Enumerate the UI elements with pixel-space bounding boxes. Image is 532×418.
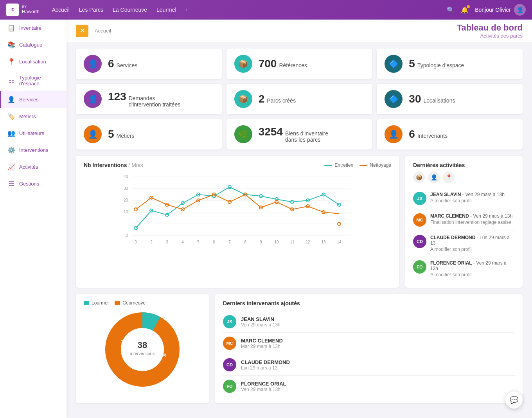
chart-card: Nb Interventions / Mois Entretien Nettoy…	[76, 156, 399, 288]
activity-avatar: CD	[413, 235, 426, 248]
localisations-stat-info: 30 Localisations	[409, 93, 455, 105]
nav-accueil[interactable]: Accueil	[52, 7, 70, 13]
activity-name: MARC CLEMEND - Ven 29 mars à 13h	[430, 213, 512, 219]
intervenant-row: JS JEAN SLAVIN Ven 29 mars à 13h	[223, 311, 515, 333]
typologie-number: 5	[409, 58, 415, 70]
intervenants-stat-info: 6 Intervenants	[409, 128, 448, 141]
intervenants-list: JS JEAN SLAVIN Ven 29 mars à 13h MC MARC…	[223, 311, 515, 397]
notifications-icon[interactable]: 🔔	[461, 6, 469, 14]
nav-la-courneuve[interactable]: La Courneuve	[113, 7, 147, 13]
legend-nettoyage: Nettoyage	[359, 162, 391, 168]
app-logo[interactable]: ID BY Haworth	[6, 4, 40, 16]
sidebar-label-localisation: Localisation	[19, 59, 46, 65]
intervenant-date: Mar 29 mars à 13h	[241, 344, 283, 349]
svg-text:67%: 67%	[156, 352, 166, 358]
intervenant-date: Ven 29 mars à 13h	[241, 387, 286, 392]
activity-info: JEAN SLAVIN - Ven 29 mars à 13h A modifi…	[430, 192, 505, 204]
demandes-number: 123	[108, 90, 126, 103]
parcs-stat-info: 2 Parcs créés	[259, 93, 296, 105]
activity-tab-user[interactable]: 👤	[428, 171, 440, 183]
activity-desc: Finalisation intervention reglage assise	[430, 220, 512, 225]
sidebar-label-utilisateurs: Utilisateurs	[19, 130, 44, 136]
services-stat-icon: 👤	[84, 55, 102, 73]
sidebar-label-metiers: Métiers	[19, 114, 36, 119]
sidebar-item-localisation[interactable]: 📍 Localisation	[0, 53, 66, 70]
svg-text:40: 40	[124, 175, 128, 179]
intervenant-row: CD CLAUDE DERMOND Lun 29 mars à 13	[223, 354, 515, 376]
chart-legend: Entretien Nettoyage	[324, 162, 391, 168]
main-content: ✕ Accueil Tableau de bord Activités des …	[66, 20, 532, 418]
svg-text:4: 4	[182, 240, 184, 244]
demandes-stat-icon: 👤	[84, 90, 102, 108]
sidebar-item-utilisateurs[interactable]: 👥 Utilisateurs	[0, 125, 66, 142]
logo-icon: ID	[6, 4, 19, 16]
parcs-label: Parcs créés	[267, 97, 296, 104]
avatar: 👤	[514, 4, 526, 16]
sidebar-label-inventaire: Inventaire	[19, 25, 41, 31]
intervenant-date: Lun 29 mars à 13	[241, 365, 290, 371]
activity-tab-pin[interactable]: 📍	[443, 171, 455, 183]
metiers-number: 5	[108, 128, 114, 141]
search-icon[interactable]: 🔍	[447, 6, 455, 14]
stat-card-demandes: 👤 123 Demandes d'intervention traitées	[76, 84, 222, 114]
svg-text:2: 2	[150, 240, 153, 244]
activity-tab-package[interactable]: 📦	[413, 171, 425, 183]
user-greeting[interactable]: Bonjour Olivier 👤	[475, 4, 526, 16]
chart-header: Nb Interventions / Mois Entretien Nettoy…	[84, 162, 391, 168]
services-icon: 👤	[7, 96, 15, 103]
nav-les-parcs[interactable]: Les Parcs	[79, 7, 103, 13]
intervenants-card: Derniers intervenants ajoutés JS JEAN SL…	[215, 294, 523, 403]
metiers-label: Métiers	[117, 133, 135, 139]
activity-avatar: JS	[413, 192, 426, 205]
nav-lourmel[interactable]: Lourmel	[156, 7, 176, 13]
intervenants-label: Intervenants	[417, 133, 448, 139]
line-chart-svg: 40 30 20 10 0 0 2 3 4 5 6 7 8 9 10 11	[84, 173, 391, 251]
sidebar-item-typologie[interactable]: ⚏ Typologie d'espace	[0, 70, 66, 91]
intervenant-info: FLORENCE ORIAL Ven 29 mars à 13h	[241, 381, 286, 392]
localisations-label: Localisations	[423, 97, 455, 104]
notification-badge	[467, 5, 470, 8]
intervenant-info: JEAN SLAVIN Ven 29 mars à 13h	[241, 316, 280, 328]
sidebar-item-interventions[interactable]: ⚙️ Interventions	[0, 142, 66, 159]
activity-desc: A modifier son profil	[430, 247, 515, 252]
references-stat-icon: 📦	[234, 55, 252, 73]
sidebar-item-catalogue[interactable]: 📚 Catalogue	[0, 36, 66, 53]
brand-name: BY Haworth	[22, 5, 40, 14]
references-label: Références	[279, 62, 307, 68]
nav-chevron-icon: ›	[186, 7, 187, 13]
activity-name: CLAUDE DERMOND - Lun 29 mars à 13	[430, 235, 515, 246]
typologie-icon: ⚏	[7, 77, 15, 85]
references-stat-info: 700 Références	[259, 58, 307, 70]
sidebar-label-typologie: Typologie d'espace	[19, 75, 60, 86]
activity-info: CLAUDE DERMOND - Lun 29 mars à 13 A modi…	[430, 235, 515, 252]
page-subtitle: Activités des parcs	[457, 33, 523, 39]
close-button[interactable]: ✕	[76, 25, 88, 37]
services-label: Services	[117, 62, 138, 68]
intervenant-info: CLAUDE DERMOND Lun 29 mars à 13	[241, 359, 290, 371]
svg-text:14: 14	[337, 240, 341, 244]
intervenant-row: FO FLORENCE ORIAL Ven 29 mars à 13h	[223, 376, 515, 397]
activity-row: MC MARC CLEMEND - Ven 29 mars à 13h Fina…	[413, 209, 515, 231]
localisations-stat-icon: 🔷	[385, 90, 403, 108]
sidebar-item-gestions[interactable]: ☰ Gestions	[0, 175, 66, 192]
stat-card-typologie: 🔷 5 Typologie d'espace	[377, 49, 523, 79]
intervenant-avatar: MC	[223, 337, 236, 350]
stat-card-references: 📦 700 Références	[226, 49, 372, 79]
sidebar-item-services[interactable]: 👤 Services	[0, 91, 66, 108]
activities-list: JS JEAN SLAVIN - Ven 29 mars à 13h A mod…	[413, 188, 515, 281]
svg-text:9: 9	[260, 240, 262, 244]
stat-card-metiers: 👤 5 Métiers	[76, 119, 222, 150]
sidebar-item-metiers[interactable]: 🏷️ Métiers	[0, 108, 66, 125]
catalogue-icon: 📚	[7, 41, 15, 49]
svg-text:10: 10	[124, 210, 128, 214]
top-navigation: ID BY Haworth Accueil Les Parcs La Courn…	[0, 0, 532, 20]
sidebar-item-inventaire[interactable]: 📋 Inventaire	[0, 20, 66, 36]
stat-card-localisations: 🔷 30 Localisations	[377, 84, 523, 114]
chat-bubble[interactable]: 💬	[505, 391, 523, 409]
activities-card: Dernières activitées 📦 👤 📍 JS JEAN SLAVI…	[405, 156, 523, 288]
sidebar-item-activites[interactable]: 📈 Activités	[0, 159, 66, 175]
svg-text:7: 7	[228, 240, 231, 244]
stats-grid: 👤 6 Services 📦 700 Références 🔷 5	[76, 49, 523, 150]
svg-text:0: 0	[135, 240, 137, 244]
svg-text:8: 8	[244, 240, 246, 244]
